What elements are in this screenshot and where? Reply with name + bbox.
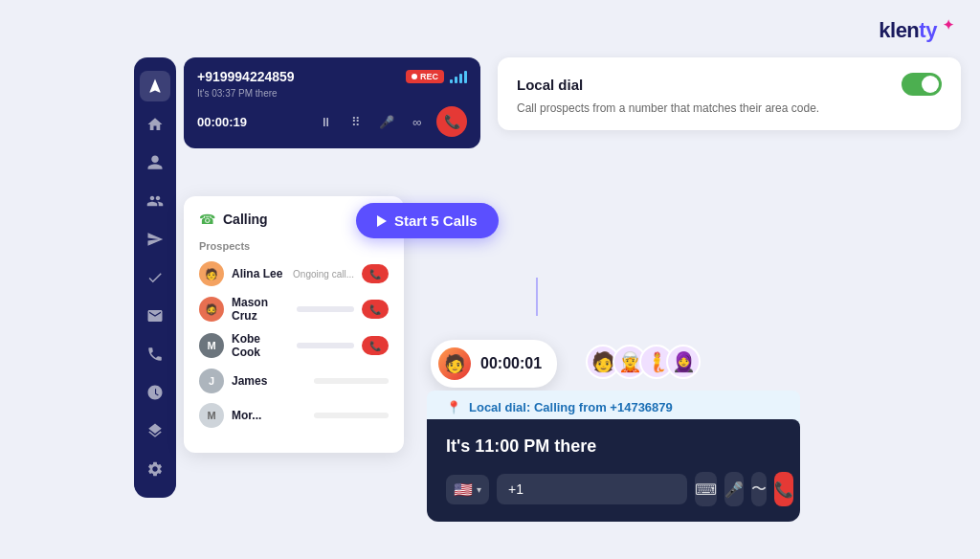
- phone-number-input[interactable]: [497, 474, 687, 504]
- avatar: 🧔: [199, 297, 224, 322]
- list-item: 🧔 Mason Cruz 📞: [199, 296, 389, 323]
- pause-button[interactable]: ⏸: [314, 110, 337, 133]
- rec-dot: [412, 74, 417, 79]
- sidebar-item-home[interactable]: [140, 109, 170, 140]
- mic-button[interactable]: 🎤: [724, 472, 744, 506]
- prospect-name: James: [232, 374, 306, 388]
- main-content: +919994224859 REC It's 03:37 PM there 00…: [184, 57, 961, 521]
- country-selector[interactable]: 🇺🇸 ▾: [446, 475, 489, 504]
- local-dial-toggle[interactable]: [902, 73, 942, 96]
- avatar-group-item: 🧕: [666, 345, 701, 379]
- signal-bar-2: [455, 77, 457, 83]
- list-item: M Mor...: [199, 403, 389, 428]
- prospect-name: Alina Lee: [232, 267, 285, 280]
- keypad-button[interactable]: ⌨: [695, 472, 717, 506]
- prospect-status: Ongoing call...: [293, 269, 354, 280]
- local-dial-card: Local dial Call prospects from a number …: [498, 57, 961, 130]
- flag-icon: 🇺🇸: [454, 481, 473, 499]
- connector-line: [536, 278, 538, 316]
- keypad-button[interactable]: ⠿: [345, 110, 368, 133]
- sidebar: [134, 57, 176, 498]
- end-call-dial-button[interactable]: 📞: [774, 472, 793, 506]
- call-time-label: It's 03:37 PM there: [197, 88, 467, 99]
- chevron-down-icon: ▾: [477, 484, 481, 495]
- calling-title: Calling: [223, 212, 268, 227]
- sidebar-item-layers[interactable]: [140, 415, 170, 446]
- loading-bar: [297, 343, 354, 348]
- sidebar-item-send[interactable]: [140, 224, 170, 255]
- end-call-button[interactable]: 📞: [436, 106, 467, 137]
- sidebar-item-tasks[interactable]: [140, 262, 170, 293]
- loading-bar: [314, 378, 389, 384]
- mute-button[interactable]: 🎤: [375, 110, 398, 133]
- sidebar-item-mail[interactable]: [140, 301, 170, 331]
- local-dial-title: Local dial: [517, 77, 583, 93]
- play-icon: [377, 215, 387, 227]
- rec-badge: REC: [406, 70, 444, 83]
- sidebar-item-phone[interactable]: [140, 339, 170, 369]
- signal-bar-3: [459, 74, 462, 83]
- sidebar-item-people[interactable]: [140, 186, 170, 216]
- timer-value: 00:00:01: [480, 355, 542, 372]
- start-calls-button[interactable]: Start 5 Calls: [356, 203, 499, 238]
- waveform-button[interactable]: 〜: [751, 472, 767, 506]
- avatar: M: [199, 333, 224, 358]
- avatar-group: 🧑 🧝 🧜 🧕: [586, 345, 701, 379]
- link-button[interactable]: ∞: [406, 110, 429, 133]
- prospect-name: Mor...: [232, 409, 306, 422]
- prospects-label: Prospects: [199, 240, 389, 252]
- start-calls-label: Start 5 Calls: [394, 212, 478, 229]
- call-controls: ⏸ ⠿ 🎤 ∞ 📞: [314, 106, 467, 137]
- prospect-name: Mason Cruz: [232, 296, 289, 323]
- hangup-button[interactable]: 📞: [362, 300, 389, 319]
- signal-indicator: [450, 70, 467, 83]
- local-dial-info-text: Local dial: Calling from +14736879: [469, 400, 673, 414]
- app-logo: klenty ✦: [879, 17, 953, 43]
- sidebar-item-contacts[interactable]: [140, 147, 170, 178]
- avatar: J: [199, 369, 224, 393]
- calling-phone-icon: ☎: [199, 212, 215, 227]
- sidebar-item-settings[interactable]: [140, 454, 170, 484]
- call-number: +919994224859: [197, 69, 295, 84]
- dial-card: It's 11:00 PM there 🇺🇸 ▾ ⌨ 🎤 〜 📞: [427, 419, 800, 522]
- call-bar: +919994224859 REC It's 03:37 PM there 00…: [184, 57, 480, 148]
- signal-bar-1: [450, 79, 453, 83]
- location-icon: 📍: [446, 400, 461, 414]
- toggle-knob: [922, 76, 939, 93]
- loading-bar: [297, 306, 354, 312]
- local-dial-description: Call prospects from a number that matche…: [517, 101, 942, 115]
- list-item: M Kobe Cook 📞: [199, 332, 389, 359]
- prospect-name: Kobe Cook: [232, 332, 289, 359]
- list-item: J James: [199, 369, 389, 393]
- signal-bar-4: [464, 71, 467, 83]
- timer-badge: 🧑 00:00:01: [431, 340, 557, 388]
- sidebar-item-navigate[interactable]: [140, 71, 170, 101]
- hangup-button[interactable]: 📞: [362, 336, 389, 355]
- sidebar-item-analytics[interactable]: [140, 377, 170, 408]
- dial-time-label: It's 11:00 PM there: [446, 436, 781, 457]
- list-item: 🧑 Alina Lee Ongoing call... 📞: [199, 261, 389, 286]
- loading-bar: [314, 413, 389, 418]
- hangup-button[interactable]: 📞: [362, 264, 389, 283]
- avatar: M: [199, 403, 224, 428]
- avatar: 🧑: [199, 261, 224, 286]
- timer-avatar: 🧑: [438, 347, 471, 380]
- call-duration: 00:00:19: [197, 115, 247, 129]
